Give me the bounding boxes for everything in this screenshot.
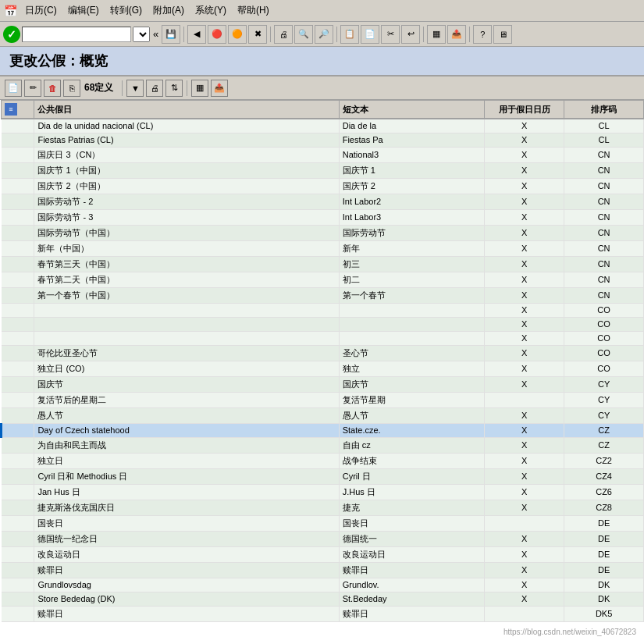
- row-name: 春节第二天（中国）: [34, 272, 339, 287]
- table-row[interactable]: XCO: [2, 331, 644, 345]
- row-short: Grundlov.: [339, 578, 485, 592]
- table-row[interactable]: 独立日战争结束XCZ2: [2, 453, 644, 468]
- print-button[interactable]: 🖨: [274, 25, 293, 44]
- refresh-button[interactable]: 🟠: [228, 25, 247, 44]
- table-row[interactable]: GrundlovsdagGrundlov.XDK: [2, 578, 644, 592]
- table-row[interactable]: 愚人节愚人节XCY: [2, 407, 644, 423]
- search-input[interactable]: [22, 27, 131, 42]
- row-icon-cell: [2, 376, 34, 392]
- table-row[interactable]: 春节第三天（中国）初三XCN: [2, 256, 644, 272]
- undo-button[interactable]: ↩: [401, 25, 420, 44]
- menu-system[interactable]: 系统(Y): [190, 2, 231, 19]
- row-cal: X: [485, 209, 564, 225]
- row-sort: CN: [564, 209, 644, 225]
- table-row[interactable]: XCO: [2, 303, 644, 317]
- print-action-button[interactable]: 🖨: [146, 80, 163, 97]
- find-button[interactable]: 🔍: [294, 25, 313, 44]
- row-cal: X: [485, 272, 564, 287]
- monitor-button[interactable]: 🖥: [493, 25, 512, 44]
- table-row[interactable]: 哥伦比亚圣心节圣心节XCO: [2, 345, 644, 361]
- title-bar: 📅 日历(C) 编辑(E) 转到(G) 附加(A) 系统(Y) 帮助(H): [0, 0, 644, 22]
- help-button[interactable]: ?: [473, 25, 492, 44]
- row-short: 国庆节: [339, 376, 485, 392]
- row-name: 国际劳动节（中国）: [34, 225, 339, 240]
- row-name: 国庆节: [34, 376, 339, 392]
- table-row[interactable]: 独立日 (CO)独立XCO: [2, 361, 644, 376]
- row-icon-cell: [2, 592, 34, 606]
- table-row[interactable]: 春节第二天（中国）初二XCN: [2, 272, 644, 287]
- table-row[interactable]: Day of Czech statehoodState.cze.XCZ: [2, 423, 644, 437]
- menu-calendar[interactable]: 日历(C): [20, 2, 62, 19]
- table-row[interactable]: Fiestas Patrias (CL)Fiestas PaXCL: [2, 133, 644, 147]
- copy-button[interactable]: 📋: [340, 25, 359, 44]
- confirm-button[interactable]: ✓: [3, 26, 20, 43]
- table-container: ≡ 公共假日 短文本 用于假日日历 排序码 Dia de la unidad n…: [0, 100, 644, 644]
- row-icon-cell: [2, 119, 34, 133]
- table-row[interactable]: 德国统一纪念日德国统一XDE: [2, 531, 644, 546]
- row-short: Int Labor2: [339, 194, 485, 209]
- table-row[interactable]: 国丧日国丧日DE: [2, 515, 644, 531]
- search-dropdown[interactable]: [133, 27, 150, 42]
- find2-button[interactable]: 🔎: [315, 25, 333, 44]
- row-name: 独立日 (CO): [34, 361, 339, 376]
- row-sort: DE: [564, 546, 644, 562]
- export-button[interactable]: 📤: [447, 25, 466, 44]
- table-row[interactable]: Store Bededag (DK)St.BededayXDK: [2, 592, 644, 606]
- cut-button[interactable]: ✂: [381, 25, 400, 44]
- table-row[interactable]: Cyril 日和 Methodius 日Cyril 日XCZ4: [2, 468, 644, 484]
- row-name: 为自由和民主而战: [34, 437, 339, 453]
- row-sort: CZ2: [564, 453, 644, 468]
- table-row[interactable]: 赎罪日赎罪日XDE: [2, 562, 644, 578]
- table-row[interactable]: 国庆节 2（中国）国庆节 2XCN: [2, 178, 644, 194]
- table-row[interactable]: 国际劳动节 - 2Int Labor2XCN: [2, 194, 644, 209]
- table-row[interactable]: 国际劳动节（中国）国际劳动节XCN: [2, 225, 644, 240]
- table-row[interactable]: 赎罪日赎罪日DK5: [2, 606, 644, 621]
- table-row[interactable]: 为自由和民主而战自由 czXCZ: [2, 437, 644, 453]
- row-sort: CN: [564, 256, 644, 272]
- table-row[interactable]: 新年（中国）新年XCN: [2, 240, 644, 256]
- delete-record-button[interactable]: 🗑: [44, 80, 61, 97]
- edit-record-button[interactable]: ✏: [24, 80, 41, 97]
- sort-button[interactable]: ⇅: [165, 80, 183, 97]
- menu-help[interactable]: 帮助(H): [233, 2, 274, 19]
- table-row[interactable]: 复活节后的星期二复活节星期CY: [2, 392, 644, 407]
- separator-2: [270, 27, 271, 42]
- row-cal: X: [485, 345, 564, 361]
- grid-button[interactable]: ▦: [191, 80, 208, 97]
- forward-button[interactable]: 🔴: [208, 25, 226, 44]
- export-action-button[interactable]: 📤: [211, 80, 228, 97]
- table-row[interactable]: 国庆日 3（CN）National3XCN: [2, 147, 644, 162]
- table-row[interactable]: XCO: [2, 317, 644, 331]
- row-cal: X: [485, 317, 564, 331]
- row-cal: X: [485, 225, 564, 240]
- row-cal: [485, 392, 564, 407]
- row-icon-cell: [2, 606, 34, 621]
- row-sort: CY: [564, 376, 644, 392]
- table-row[interactable]: 第一个春节（中国）第一个春节XCN: [2, 287, 644, 303]
- row-sort: CZ6: [564, 484, 644, 500]
- menu-edit[interactable]: 编辑(E): [63, 2, 104, 19]
- paste-button[interactable]: 📄: [361, 25, 379, 44]
- row-sort: CN: [564, 240, 644, 256]
- stop-button[interactable]: ✖: [248, 25, 267, 44]
- table-row[interactable]: 国庆节国庆节XCY: [2, 376, 644, 392]
- row-icon-cell: [2, 562, 34, 578]
- table-row[interactable]: Jan Hus 日J.Hus 日XCZ6: [2, 484, 644, 500]
- back-button[interactable]: ◀: [187, 25, 206, 44]
- row-short: 愚人节: [339, 407, 485, 423]
- row-icon-cell: [2, 423, 34, 437]
- table-row[interactable]: 国庆节 1（中国）国庆节 1XCN: [2, 162, 644, 178]
- copy-record-button[interactable]: ⎘: [63, 80, 80, 97]
- save-button[interactable]: 💾: [162, 25, 180, 44]
- layout-button[interactable]: ▦: [427, 25, 446, 44]
- menu-goto[interactable]: 转到(G): [105, 2, 147, 19]
- table-row[interactable]: 国际劳动节 - 3Int Labor3XCN: [2, 209, 644, 225]
- table-row[interactable]: 改良运动日改良运动日XDE: [2, 546, 644, 562]
- menu-add[interactable]: 附加(A): [148, 2, 189, 19]
- row-sort: CO: [564, 303, 644, 317]
- filter-button[interactable]: ▼: [126, 80, 144, 97]
- row-name: [34, 303, 339, 317]
- new-record-button[interactable]: 📄: [5, 80, 22, 97]
- table-row[interactable]: 捷克斯洛伐克国庆日捷克XCZ8: [2, 500, 644, 515]
- table-row[interactable]: Dia de la unidad nacional (CL)Dia de laX…: [2, 119, 644, 133]
